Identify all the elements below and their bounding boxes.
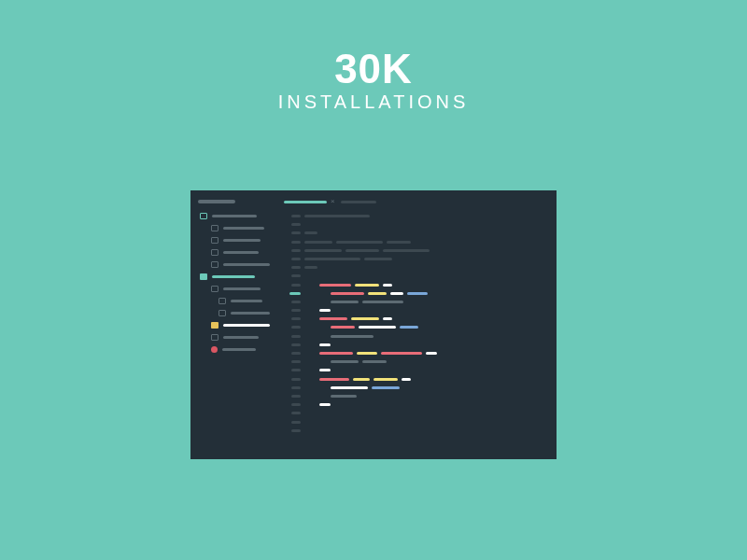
file-tree-item[interactable]	[198, 249, 276, 256]
code-line[interactable]	[304, 231, 557, 234]
code-token	[381, 352, 422, 355]
code-token	[368, 292, 387, 295]
code-line[interactable]	[304, 317, 557, 320]
line-number	[291, 352, 301, 355]
file-tree-label	[231, 300, 262, 302]
code-line[interactable]	[304, 412, 557, 414]
code-token	[331, 301, 359, 303]
line-number	[291, 343, 301, 346]
code-line[interactable]	[304, 266, 557, 269]
file-tree-item[interactable]	[198, 286, 276, 292]
code-line[interactable]	[304, 360, 557, 363]
code-line[interactable]	[304, 301, 557, 303]
code-token	[304, 266, 317, 269]
code-line[interactable]	[304, 223, 557, 226]
code-token	[407, 292, 428, 295]
line-number	[291, 429, 301, 432]
code-token	[304, 231, 317, 234]
editor-tab[interactable]	[341, 201, 376, 203]
code-token	[319, 317, 347, 320]
file-tree-item[interactable]	[198, 213, 276, 219]
line-number	[291, 241, 301, 244]
line-number	[291, 378, 301, 381]
tab-label	[284, 201, 327, 203]
code-line[interactable]	[304, 352, 557, 355]
box-icon	[211, 237, 218, 244]
code-line[interactable]	[304, 421, 557, 424]
line-number	[291, 215, 301, 217]
line-number	[291, 386, 301, 389]
code-token	[304, 258, 360, 260]
file-tree-item[interactable]	[198, 346, 276, 353]
code-line[interactable]	[304, 241, 557, 244]
code-token	[319, 284, 351, 287]
file-tree-label	[212, 215, 257, 217]
code-token	[331, 292, 364, 295]
code-lines[interactable]	[304, 215, 557, 459]
code-line[interactable]	[304, 395, 557, 398]
close-icon[interactable]: ×	[331, 198, 335, 205]
file-tree-item[interactable]	[198, 225, 276, 231]
file-tree-item[interactable]	[198, 261, 276, 268]
code-token	[304, 249, 342, 252]
file-tree-item[interactable]	[198, 298, 276, 304]
project-title-bar	[198, 200, 235, 203]
line-number	[291, 301, 301, 303]
code-token	[387, 241, 411, 244]
file-tree-item[interactable]	[198, 237, 276, 244]
line-number	[291, 249, 301, 252]
code-line[interactable]	[304, 284, 557, 287]
editor-window: ×	[190, 190, 557, 459]
code-token	[331, 326, 355, 329]
file-tree-label	[223, 239, 261, 242]
line-number	[291, 274, 301, 277]
file-tree-item[interactable]	[198, 322, 276, 329]
editor-tab[interactable]: ×	[284, 198, 335, 205]
code-line[interactable]	[304, 249, 557, 252]
code-line[interactable]	[304, 215, 557, 217]
code-token	[319, 378, 349, 381]
code-line[interactable]	[304, 386, 557, 389]
code-line[interactable]	[304, 335, 557, 338]
line-number	[289, 292, 301, 295]
code-token	[331, 335, 374, 338]
code-token	[353, 378, 370, 381]
code-line[interactable]	[304, 309, 557, 312]
code-line[interactable]	[304, 326, 557, 329]
code-line[interactable]	[304, 378, 557, 381]
code-line[interactable]	[304, 429, 557, 432]
file-tree-item[interactable]	[198, 334, 276, 341]
code-token	[426, 352, 437, 355]
line-number	[291, 309, 301, 312]
code-token	[400, 326, 418, 329]
file-explorer[interactable]	[190, 190, 284, 459]
line-gutter	[284, 215, 304, 459]
file-tree-label	[231, 312, 270, 315]
code-line[interactable]	[304, 258, 557, 260]
code-line[interactable]	[304, 274, 557, 277]
file-tree-item[interactable]	[198, 273, 276, 280]
code-line[interactable]	[304, 343, 557, 346]
code-line[interactable]	[304, 403, 557, 406]
file-tree-label	[223, 251, 259, 254]
file-tree-label	[223, 263, 270, 266]
line-number	[291, 335, 301, 338]
code-token	[383, 317, 392, 320]
file-tree-label	[223, 324, 270, 327]
code-line[interactable]	[304, 369, 557, 371]
code-area[interactable]	[284, 209, 557, 459]
line-number	[291, 223, 301, 226]
file-tree-item[interactable]	[198, 310, 276, 316]
tab-label	[341, 201, 376, 203]
line-number	[291, 412, 301, 414]
code-token	[331, 386, 368, 389]
code-token	[383, 249, 430, 252]
box-icon	[211, 249, 218, 256]
file-tree-label	[223, 336, 259, 339]
code-line[interactable]	[304, 292, 557, 295]
headline: 30K INSTALLATIONS	[278, 49, 470, 113]
code-token	[372, 386, 400, 389]
line-number	[291, 258, 301, 260]
folder-open-icon	[200, 273, 207, 280]
tab-bar[interactable]: ×	[284, 190, 557, 209]
